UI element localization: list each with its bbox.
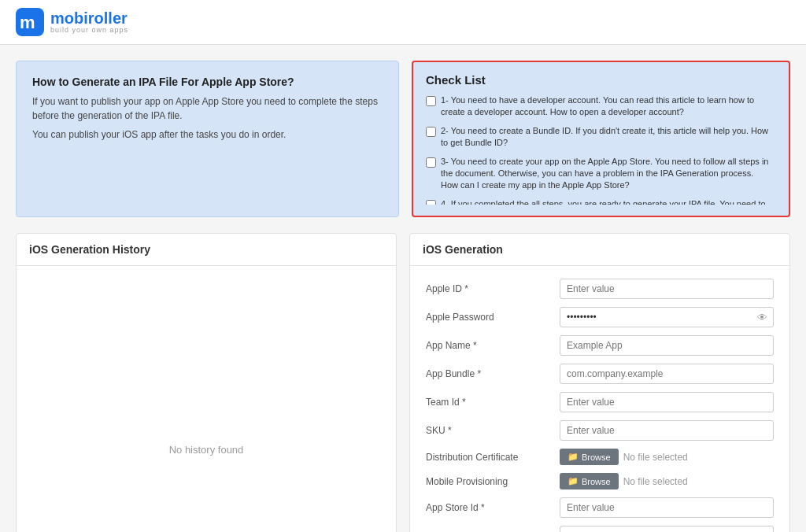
generation-panel-header: iOS Generation	[410, 234, 789, 266]
bottom-section: iOS Generation History No history found …	[16, 233, 790, 532]
app-name-label: App Name *	[426, 340, 552, 351]
team-id-label: Team Id *	[426, 397, 552, 408]
app-name-row: App Name *	[426, 335, 774, 356]
checklist-item-3: 3- You need to create your app on the Ap…	[426, 156, 773, 192]
sku-label: SKU *	[426, 425, 552, 436]
logo-main-text: mobiroller	[50, 9, 128, 27]
sku-row: SKU *	[426, 420, 774, 441]
apple-id-row: Apple ID *	[426, 279, 774, 299]
main-content: How to Generate an IPA File For Apple Ap…	[0, 45, 806, 532]
apple-password-input[interactable]	[560, 307, 774, 327]
logo-text-area: mobiroller build your own apps	[50, 9, 128, 35]
checklist-text-2: 2- You need to create a Bundle ID. If yo…	[441, 125, 773, 150]
form-body: Apple ID * Apple Password 👁 App Name *	[410, 266, 789, 532]
checklist-text-1: 1- You need to have a developer account.…	[441, 94, 773, 119]
header: m mobiroller build your own apps	[0, 0, 806, 45]
apple-id-input[interactable]	[560, 279, 774, 299]
info-para2: You can publish your iOS app after the t…	[32, 127, 383, 142]
generation-title: iOS Generation	[423, 243, 503, 256]
checklist-checkbox-4[interactable]	[426, 200, 436, 205]
history-empty-text: No history found	[169, 444, 244, 456]
apple-id-label: Apple ID *	[426, 283, 552, 294]
sku-input[interactable]	[560, 420, 774, 441]
app-bundle-label: App Bundle *	[426, 368, 552, 379]
app-store-id-label: App Store Id *	[426, 502, 552, 513]
app-store-id-row: App Store Id *	[426, 497, 774, 518]
info-box: How to Generate an IPA File For Apple Ap…	[16, 61, 399, 217]
browse-folder-icon: 📁	[568, 452, 579, 462]
browse-folder-icon-2: 📁	[568, 476, 579, 486]
mobile-prov-row: Mobile Provisioning 📁 Browse No file sel…	[426, 473, 774, 490]
app-name-input[interactable]	[560, 335, 774, 356]
logo-sub-text: build your own apps	[50, 27, 128, 35]
logo-icon: m	[16, 8, 44, 36]
distribution-no-file: No file selected	[623, 452, 688, 463]
mobile-prov-browse-label: Browse	[582, 477, 611, 486]
app-specific-row: App-Specific Password *	[426, 526, 774, 532]
history-panel-header: iOS Generation History	[17, 234, 396, 266]
distribution-row: Distribution Certificate 📁 Browse No fil…	[426, 449, 774, 465]
checklist-scroll[interactable]: 1- You need to have a developer account.…	[426, 94, 776, 205]
app-bundle-input[interactable]	[560, 364, 774, 384]
eye-icon[interactable]: 👁	[757, 312, 767, 323]
apple-password-row: Apple Password 👁	[426, 307, 774, 327]
password-wrapper: 👁	[560, 307, 774, 327]
info-title: How to Generate an IPA File For Apple Ap…	[32, 76, 383, 88]
checklist-title: Check List	[426, 73, 776, 87]
logo-area: m mobiroller build your own apps	[16, 8, 128, 36]
apple-password-label: Apple Password	[426, 312, 552, 323]
top-section: How to Generate an IPA File For Apple Ap…	[16, 61, 790, 217]
app-specific-input[interactable]	[560, 526, 774, 532]
distribution-browse-button[interactable]: 📁 Browse	[560, 449, 619, 465]
app-store-id-input[interactable]	[560, 497, 774, 518]
mobile-prov-label: Mobile Provisioning	[426, 476, 552, 487]
checklist-item-4: 4- If you completed the all steps, you a…	[426, 198, 773, 205]
distribution-label: Distribution Certificate	[426, 452, 552, 463]
mobile-prov-file-row: 📁 Browse No file selected	[560, 473, 774, 490]
checklist-text-4: 4- If you completed the all steps, you a…	[441, 198, 773, 205]
checklist-item-2: 2- You need to create a Bundle ID. If yo…	[426, 125, 773, 150]
checklist-checkbox-1[interactable]	[426, 96, 436, 106]
app-bundle-row: App Bundle *	[426, 364, 774, 384]
generation-panel: iOS Generation Apple ID * Apple Password…	[409, 233, 790, 532]
checklist-checkbox-2[interactable]	[426, 127, 436, 137]
info-para1: If you want to publish your app on Apple…	[32, 94, 383, 123]
checklist-item-1: 1- You need to have a developer account.…	[426, 94, 773, 119]
distribution-file-row: 📁 Browse No file selected	[560, 449, 774, 465]
svg-text:m: m	[20, 13, 35, 32]
checklist-text-3: 3- You need to create your app on the Ap…	[441, 156, 773, 192]
team-id-row: Team Id *	[426, 392, 774, 412]
checklist-box: Check List 1- You need to have a develop…	[412, 61, 790, 217]
team-id-input[interactable]	[560, 392, 774, 412]
checklist-checkbox-3[interactable]	[426, 157, 436, 168]
history-panel: iOS Generation History No history found …	[16, 233, 397, 532]
history-content: No history found	[17, 266, 396, 532]
distribution-browse-label: Browse	[582, 453, 611, 462]
history-title: iOS Generation History	[29, 243, 150, 256]
mobile-prov-browse-button[interactable]: 📁 Browse	[560, 473, 619, 490]
mobile-prov-no-file: No file selected	[623, 476, 688, 487]
